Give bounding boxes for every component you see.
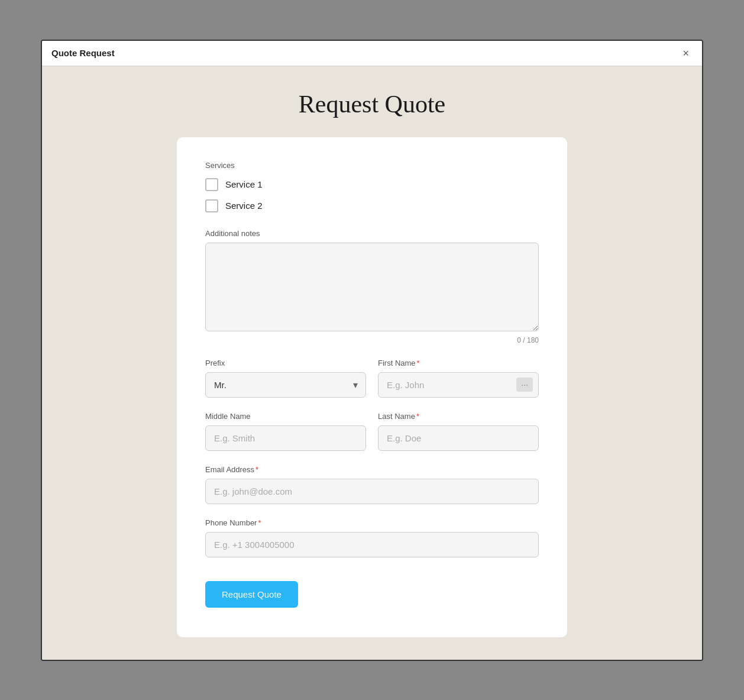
services-label: Services <box>205 161 539 170</box>
service1-checkbox[interactable] <box>205 178 218 191</box>
email-group: Email Address* <box>205 465 539 504</box>
additional-notes-group: Additional notes 0 / 180 <box>205 229 539 344</box>
firstname-label: First Name* <box>378 359 539 367</box>
form-card: Services Service 1 Service 2 Additional … <box>177 137 567 637</box>
modal-body: Request Quote Services Service 1 Service… <box>42 66 702 660</box>
additional-notes-label: Additional notes <box>205 229 539 238</box>
firstname-input[interactable] <box>378 372 539 398</box>
service1-label: Service 1 <box>225 179 263 189</box>
service2-item[interactable]: Service 2 <box>205 199 539 212</box>
email-required-star: * <box>255 465 258 474</box>
page-heading: Request Quote <box>54 90 690 118</box>
phone-input[interactable] <box>205 532 539 557</box>
lastname-group: Last Name* <box>378 412 539 451</box>
firstname-group: First Name* ··· <box>378 359 539 398</box>
titlebar: Quote Request × <box>42 41 702 66</box>
service1-item[interactable]: Service 1 <box>205 178 539 191</box>
prefix-select[interactable]: Mr. Mrs. Ms. Dr. Prof. <box>205 372 366 398</box>
char-count: 0 / 180 <box>205 336 539 344</box>
lastname-input[interactable] <box>378 425 539 451</box>
lastname-label: Last Name* <box>378 412 539 421</box>
close-button[interactable]: × <box>679 47 693 60</box>
prefix-firstname-row: Prefix Mr. Mrs. Ms. Dr. Prof. ▾ <box>205 359 539 412</box>
middlename-group: Middle Name <box>205 412 366 451</box>
prefix-label: Prefix <box>205 359 366 367</box>
service2-checkbox[interactable] <box>205 199 218 212</box>
firstname-required-star: * <box>417 359 420 367</box>
phone-group: Phone Number* <box>205 518 539 557</box>
email-input[interactable] <box>205 479 539 504</box>
modal-title: Quote Request <box>51 48 115 58</box>
additional-notes-textarea[interactable] <box>205 243 539 331</box>
modal-window: Quote Request × Request Quote Services S… <box>41 40 703 661</box>
prefix-group: Prefix Mr. Mrs. Ms. Dr. Prof. ▾ <box>205 359 366 398</box>
phone-label: Phone Number* <box>205 518 539 527</box>
firstname-icon-button[interactable]: ··· <box>516 378 533 392</box>
prefix-select-wrapper: Mr. Mrs. Ms. Dr. Prof. ▾ <box>205 372 366 398</box>
middlename-label: Middle Name <box>205 412 366 421</box>
middlename-input[interactable] <box>205 425 366 451</box>
request-quote-button[interactable]: Request Quote <box>205 581 298 608</box>
middlename-lastname-row: Middle Name Last Name* <box>205 412 539 465</box>
email-label: Email Address* <box>205 465 539 474</box>
services-group: Services Service 1 Service 2 <box>205 161 539 212</box>
checkbox-group: Service 1 Service 2 <box>205 178 539 212</box>
firstname-input-wrapper: ··· <box>378 372 539 398</box>
service2-label: Service 2 <box>225 201 263 211</box>
lastname-required-star: * <box>416 412 419 421</box>
phone-required-star: * <box>258 518 261 527</box>
